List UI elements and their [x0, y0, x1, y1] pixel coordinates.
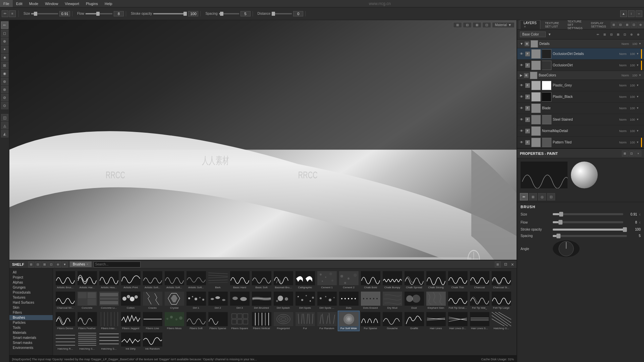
shelf-tab-close[interactable]: × [87, 262, 89, 266]
toolbar-icon-2[interactable]: ≡ [9, 10, 16, 17]
brush-hair-lines-s[interactable]: Hair Lines S... [469, 311, 490, 331]
prop-flow-adjust[interactable]: ‹ [639, 220, 641, 225]
spacing-slider[interactable] [219, 13, 239, 14]
brush-crystal[interactable]: Crystal [163, 290, 185, 311]
shelf-cat-smart-masks[interactable]: Smart masks [9, 340, 53, 345]
layer-plastic-grey[interactable]: 👁 F Plastic_Grey Norm 100 ▼ [517, 80, 644, 91]
menu-plugins[interactable]: Plugins [83, 0, 101, 7]
toolbar-extra-1[interactable]: ▲ [620, 10, 627, 17]
shelf-cat-materials[interactable]: Materials [9, 330, 53, 335]
brush-hair-lines[interactable]: Hair Lines [425, 311, 447, 331]
shelf-icon-folder[interactable]: ⊞ [28, 261, 34, 267]
brush-elephant-skin[interactable]: Elephant Skin [425, 290, 447, 311]
ch-icon-3[interactable]: ⊟ [608, 32, 614, 38]
ch-icon-1[interactable]: ✏ [595, 32, 601, 38]
brush-charcoal-st[interactable]: Charcoal St... [490, 270, 512, 290]
menu-mode[interactable]: Mode [26, 0, 42, 7]
prop-size-slider[interactable] [553, 213, 623, 215]
layer-vis-7[interactable]: 👁 [519, 129, 524, 133]
brush-hatching-s2[interactable]: Hatching S... [98, 331, 120, 352]
brush-dry-mud[interactable]: Dry Mud [381, 290, 403, 311]
layer-steel-stained[interactable]: 👁 F Steel Stained Norm 100 ▼ [517, 114, 644, 125]
brush-dirt-spots2[interactable]: Dirt Spots ... [316, 290, 338, 311]
props-tab-geo[interactable]: ⊡ [547, 193, 555, 200]
material-dropdown[interactable]: Material ▼ [492, 22, 515, 28]
tool-3[interactable]: ⊕ [1, 38, 8, 45]
brush-cracks[interactable]: Cracks [142, 290, 163, 311]
brush-fibers-sparse[interactable]: Fibers Sparse [207, 311, 229, 331]
tool-6[interactable]: ⊞ [1, 62, 8, 69]
tool-8[interactable]: ⊛ [1, 78, 8, 85]
size-slider[interactable] [31, 13, 58, 14]
brush-dots-erased[interactable]: Dots Erased [360, 290, 381, 311]
vp-icon-1[interactable]: ⊞ [453, 22, 462, 28]
tool-10[interactable]: ⊘ [1, 94, 8, 101]
shelf-icon-new[interactable]: ⊟ [35, 261, 41, 267]
brush-fibers-square[interactable]: Fibers Square [229, 311, 251, 331]
layer-vis-8[interactable]: 👁 [519, 140, 524, 145]
layers-tab-close[interactable]: × [524, 25, 526, 28]
brush-fibers-vertical[interactable]: Fibers Vertical [251, 311, 272, 331]
flow-slider[interactable] [86, 13, 112, 14]
tool-erase[interactable]: ◻ [1, 29, 8, 37]
stroke-opacity-value[interactable]: 100 [188, 11, 198, 16]
layer-pattern-tiled[interactable]: 👁 F Pattern Tiled Norm 100 ▼ [517, 137, 644, 148]
layer-vis-3[interactable]: 👁 [519, 83, 524, 88]
vp-icon-3[interactable]: ⊠ [473, 22, 481, 28]
brush-concrete[interactable]: Concrete [76, 290, 98, 311]
layer-group-details[interactable]: ▼ ⊞ Details Norm 100 ▼ [517, 40, 644, 48]
brush-fibers-line[interactable]: Fibers Line [142, 311, 163, 331]
brush-dust[interactable]: Dust [403, 290, 425, 311]
toolbar-icon-1[interactable]: ✏ [2, 10, 8, 17]
brush-calligraphic[interactable]: Calligraphic [294, 270, 316, 290]
display-settings-tab[interactable]: DISPLAY SETTINGS [587, 20, 610, 29]
brush-artistic-soft3[interactable]: Artistic Soft... [185, 270, 207, 290]
brush-ink-dirty[interactable]: Ink Dirty [120, 331, 142, 352]
layer-normalmap-detail[interactable]: 👁 F NormalMapDetail Norm 100 ▼ [517, 125, 644, 137]
shelf-cat-textures[interactable]: Textures [9, 295, 53, 300]
brush-hair-lines-d[interactable]: Hair Lines D... [447, 311, 469, 331]
brush-hatching-s1[interactable]: Hatching S... [76, 331, 98, 352]
shelf-cat-procedurals[interactable]: Procedurals [9, 290, 53, 295]
tool-9[interactable]: ⊗ [1, 86, 8, 93]
shelf-maximize-btn[interactable]: ⊡ [504, 262, 507, 266]
layer-plastic-black[interactable]: 👁 F Plastic_Black Norm 100 ▼ [517, 91, 644, 103]
brush-felt-tip-small[interactable]: Felt Tip Smal... [447, 290, 469, 311]
channel-dropdown[interactable]: Base Color [520, 32, 546, 37]
menu-file[interactable]: File [0, 0, 13, 7]
layer-vis-4[interactable]: 👁 [519, 95, 524, 99]
prop-spacing-slider[interactable] [553, 235, 627, 237]
brush-dirt3[interactable]: Dirt 3 [229, 290, 251, 311]
tool-12[interactable]: ◫ [1, 114, 8, 121]
brush-hatching-r[interactable]: Hatching R... [54, 331, 76, 352]
tool-14[interactable]: ◭ [1, 130, 8, 137]
prop-angle-dial[interactable] [553, 240, 580, 257]
brush-fur-sparse[interactable]: Fur Sparse [360, 311, 381, 331]
shelf-cat-skin[interactable]: Skin [9, 305, 53, 310]
layer-vis-2[interactable]: 👁 [519, 63, 524, 68]
brush-fur-soft-wide[interactable]: Fur Soft Wide [338, 311, 360, 331]
vp-icon-2[interactable]: ⊟ [463, 22, 472, 28]
brush-dots[interactable]: Dots [338, 290, 360, 311]
props-tab-paint[interactable]: ✏ [520, 193, 528, 200]
distance-slider[interactable] [272, 13, 292, 14]
shelf-icon-search-btn[interactable]: ⊛ [55, 261, 61, 267]
brush-fur[interactable]: Fur [294, 311, 316, 331]
shelf-icon-import[interactable]: ⊠ [42, 261, 48, 267]
brush-artistic-brus[interactable]: Artistic Brus... [54, 270, 76, 290]
brush-charcoal-wi[interactable]: Charcoal Wi... [54, 290, 76, 311]
tool-paint[interactable]: ✏ [1, 21, 8, 29]
layers-icon-2[interactable]: ⊟ [618, 22, 624, 28]
brush-ink-random[interactable]: Ink Random [142, 331, 163, 352]
layer-vis-6[interactable]: 👁 [519, 117, 524, 122]
brush-artistic-print[interactable]: Artistic Print [120, 270, 142, 290]
brush-fibers-dense[interactable]: Fibers Dense [54, 311, 76, 331]
prop-size-adjust[interactable]: ‹ [639, 212, 641, 217]
brush-fibers-moss[interactable]: Fibers Moss [163, 311, 185, 331]
brush-felt-tip-wat[interactable]: Fel Tip Wat_ [469, 290, 490, 311]
shelf-search-input[interactable] [94, 261, 141, 267]
brush-felt-tip-large[interactable]: Felt Tip Large [490, 290, 512, 311]
props-icon-2[interactable]: ⊡ [629, 150, 635, 157]
brush-graffiti[interactable]: Graffiti [403, 311, 425, 331]
shelf-icon-filter2[interactable]: ▼ [62, 261, 68, 267]
